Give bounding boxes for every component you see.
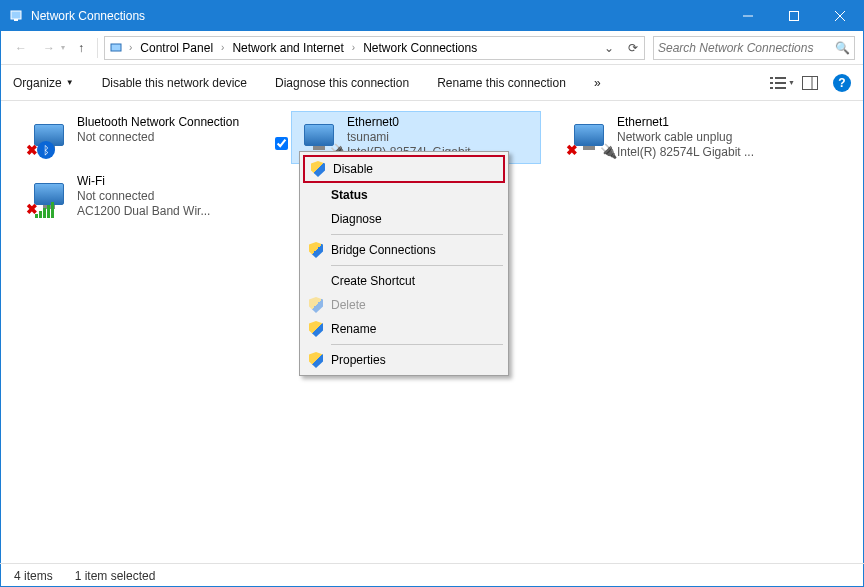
toolbar-overflow[interactable]: » [594, 76, 601, 90]
crumb-network-connections[interactable]: Network Connections [359, 41, 481, 55]
search-icon[interactable]: 🔍 [835, 41, 850, 55]
menu-disable[interactable]: Disable [305, 157, 503, 181]
network-adapter-icon: ✖ [27, 174, 71, 214]
ethernet-plug-icon: 🔌 [600, 143, 617, 159]
item-count: 4 items [14, 569, 53, 583]
svg-rect-0 [11, 11, 21, 19]
network-adapter-icon: ✖ 🔌 [567, 115, 611, 155]
connection-ethernet1[interactable]: ✖ 🔌 Ethernet1 Network cable unplug Intel… [561, 111, 811, 164]
toolbar: Organize ▼ Disable this network device D… [1, 65, 863, 101]
connection-name: Wi-Fi [77, 174, 210, 189]
shield-icon [307, 320, 325, 338]
search-input[interactable] [658, 41, 835, 55]
connection-name: Ethernet1 [617, 115, 754, 130]
maximize-button[interactable] [771, 1, 817, 31]
menu-separator [331, 344, 503, 345]
menu-label: Status [331, 188, 368, 202]
svg-rect-10 [775, 82, 786, 84]
connection-name: Ethernet0 [347, 115, 484, 130]
menu-label: Properties [331, 353, 386, 367]
disconnected-icon: ✖ [565, 143, 579, 157]
preview-pane-button[interactable] [801, 74, 819, 92]
menu-label: Disable [333, 162, 373, 176]
svg-rect-11 [770, 87, 773, 89]
status-bar: 4 items 1 item selected [0, 563, 864, 587]
menu-label: Delete [331, 298, 366, 312]
connection-status: tsunami [347, 130, 484, 145]
connection-checkbox[interactable] [275, 137, 288, 150]
address-bar: ← → ▾ ↑ › Control Panel › Network and In… [1, 31, 863, 65]
menu-properties[interactable]: Properties [303, 348, 505, 372]
minimize-button[interactable] [725, 1, 771, 31]
disable-device-button[interactable]: Disable this network device [102, 76, 247, 90]
location-icon [109, 40, 125, 56]
chevron-right-icon: › [350, 42, 357, 53]
network-adapter-icon: ✖ ᛒ [27, 115, 71, 155]
menu-separator [331, 265, 503, 266]
svg-rect-6 [111, 44, 121, 51]
menu-create-shortcut[interactable]: Create Shortcut [303, 269, 505, 293]
crumb-control-panel[interactable]: Control Panel [136, 41, 217, 55]
svg-rect-12 [775, 87, 786, 89]
organize-button[interactable]: Organize ▼ [13, 76, 74, 90]
svg-rect-9 [770, 82, 773, 84]
rename-connection-button[interactable]: Rename this connection [437, 76, 566, 90]
menu-label: Diagnose [331, 212, 382, 226]
menu-rename[interactable]: Rename [303, 317, 505, 341]
titlebar: Network Connections [1, 1, 863, 31]
network-adapter-icon: 🔌 [297, 115, 341, 155]
menu-delete: Delete [303, 293, 505, 317]
connection-wifi[interactable]: ✖ Wi-Fi Not connected AC1200 Dual Band W… [21, 170, 271, 223]
back-button[interactable]: ← [9, 36, 33, 60]
diagnose-connection-button[interactable]: Diagnose this connection [275, 76, 409, 90]
connection-name: Bluetooth Network Connection [77, 115, 239, 130]
selected-count: 1 item selected [75, 569, 156, 583]
svg-rect-8 [775, 77, 786, 79]
shield-icon [307, 351, 325, 369]
svg-rect-13 [803, 76, 818, 89]
menu-separator [331, 234, 503, 235]
connection-bluetooth[interactable]: ✖ ᛒ Bluetooth Network Connection Not con… [21, 111, 271, 164]
menu-label: Rename [331, 322, 376, 336]
shield-icon [307, 241, 325, 259]
organize-label: Organize [13, 76, 62, 90]
close-button[interactable] [817, 1, 863, 31]
chevron-right-icon: › [127, 42, 134, 53]
menu-bridge[interactable]: Bridge Connections [303, 238, 505, 262]
wifi-signal-icon [35, 202, 54, 218]
app-icon [9, 8, 25, 24]
up-button[interactable]: ↑ [71, 36, 91, 60]
history-dropdown[interactable]: ▾ [61, 43, 65, 52]
view-options-button[interactable]: ▼ [769, 74, 787, 92]
help-button[interactable]: ? [833, 74, 851, 92]
address-dropdown[interactable]: ⌄ [598, 37, 620, 59]
connection-status: Not connected [77, 130, 239, 145]
shield-icon [309, 160, 327, 178]
menu-label: Create Shortcut [331, 274, 415, 288]
connection-device: Intel(R) 82574L Gigabit ... [617, 145, 754, 160]
menu-status[interactable]: Status [303, 183, 505, 207]
connection-status: Not connected [77, 189, 210, 204]
content-area: ✖ ᛒ Bluetooth Network Connection Not con… [1, 101, 863, 562]
shield-icon [307, 296, 325, 314]
separator [97, 38, 98, 58]
forward-button[interactable]: → [37, 36, 61, 60]
chevron-right-icon: › [219, 42, 226, 53]
refresh-button[interactable]: ⟳ [622, 37, 644, 59]
connection-status: Network cable unplug [617, 130, 754, 145]
svg-rect-1 [14, 19, 18, 21]
svg-rect-7 [770, 77, 773, 79]
bluetooth-icon: ᛒ [37, 141, 55, 159]
svg-rect-3 [790, 12, 799, 21]
context-menu: Disable Status Diagnose Bridge Connectio… [299, 151, 509, 376]
breadcrumb[interactable]: › Control Panel › Network and Internet ›… [104, 36, 645, 60]
search-box[interactable]: 🔍 [653, 36, 855, 60]
menu-diagnose[interactable]: Diagnose [303, 207, 505, 231]
connection-device: AC1200 Dual Band Wir... [77, 204, 210, 219]
menu-label: Bridge Connections [331, 243, 436, 257]
chevron-down-icon: ▼ [66, 78, 74, 87]
crumb-network-internet[interactable]: Network and Internet [228, 41, 347, 55]
window-title: Network Connections [31, 9, 725, 23]
